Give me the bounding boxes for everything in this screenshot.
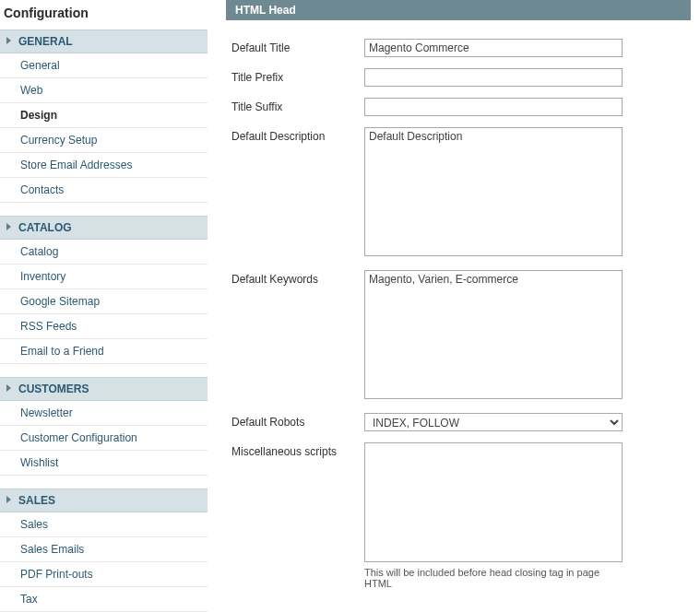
sidebar-section-label: CUSTOMERS [18,382,89,395]
sidebar-section-label: GENERAL [18,35,73,48]
sidebar-title: Configuration [0,0,208,29]
sidebar-section-label: CATALOG [18,221,72,234]
sidebar-item-email-to-a-friend[interactable]: Email to a Friend [0,339,208,364]
chevron-right-icon [6,37,11,44]
label-title-suffix: Title Suffix [226,98,364,113]
sidebar-item-google-sitemap[interactable]: Google Sitemap [0,289,208,314]
sidebar-item-wishlist[interactable]: Wishlist [0,451,208,476]
title-prefix-input[interactable] [364,68,623,87]
sidebar-section-label: SALES [18,494,55,507]
main-panel: HTML Head Default Title Title Prefix Tit… [208,0,700,612]
misc-scripts-help: This will be included before head closin… [364,565,623,589]
chevron-right-icon [6,384,11,392]
sidebar-item-catalog[interactable]: Catalog [0,240,208,265]
sidebar-item-web[interactable]: Web [0,78,208,103]
sidebar-item-newsletter[interactable]: Newsletter [0,401,208,426]
sidebar-item-sales-emails[interactable]: Sales Emails [0,537,208,562]
sidebar-section-sales[interactable]: SALES [0,488,208,512]
sidebar-item-sales[interactable]: Sales [0,512,208,537]
sidebar-section-customers[interactable]: CUSTOMERS [0,377,208,401]
sidebar: Configuration GENERAL General Web Design… [0,0,208,612]
panel-header[interactable]: HTML Head [226,0,691,20]
sidebar-item-store-email-addresses[interactable]: Store Email Addresses [0,153,208,178]
label-misc-scripts: Miscellaneous scripts [226,442,364,458]
sidebar-item-design[interactable]: Design [0,103,208,128]
config-form: Default Title Title Prefix Title Suffix … [226,33,691,594]
sidebar-item-customer-configuration[interactable]: Customer Configuration [0,426,208,451]
label-default-robots: Default Robots [226,413,364,429]
misc-scripts-textarea[interactable] [364,442,623,562]
chevron-right-icon [6,496,11,503]
sidebar-item-contacts[interactable]: Contacts [0,178,208,203]
chevron-right-icon [6,223,11,230]
sidebar-item-pdf-print-outs[interactable]: PDF Print-outs [0,562,208,587]
sidebar-item-inventory[interactable]: Inventory [0,265,208,289]
default-title-input[interactable] [364,39,623,57]
sidebar-item-general[interactable]: General [0,53,208,78]
label-default-description: Default Description [226,127,364,143]
label-default-title: Default Title [226,39,364,54]
default-keywords-textarea[interactable] [364,270,623,399]
label-title-prefix: Title Prefix [226,68,364,84]
sidebar-section-catalog[interactable]: CATALOG [0,216,208,240]
sidebar-section-general[interactable]: GENERAL [0,29,208,53]
label-default-keywords: Default Keywords [226,270,364,286]
sidebar-item-tax[interactable]: Tax [0,587,208,612]
title-suffix-input[interactable] [364,98,623,116]
default-description-textarea[interactable] [364,127,623,256]
sidebar-item-rss-feeds[interactable]: RSS Feeds [0,314,208,339]
sidebar-item-currency-setup[interactable]: Currency Setup [0,128,208,153]
default-robots-select[interactable]: INDEX, FOLLOW [364,413,623,431]
